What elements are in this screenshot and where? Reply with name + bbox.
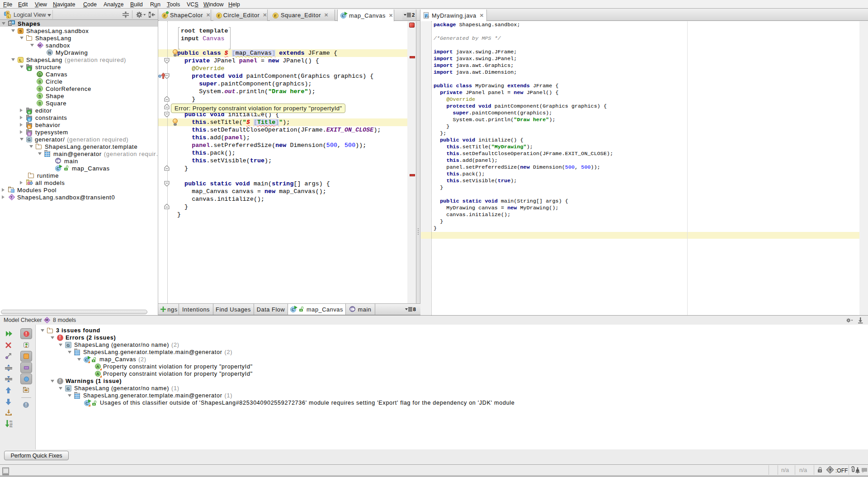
- svg-text:01: 01: [9, 425, 13, 427]
